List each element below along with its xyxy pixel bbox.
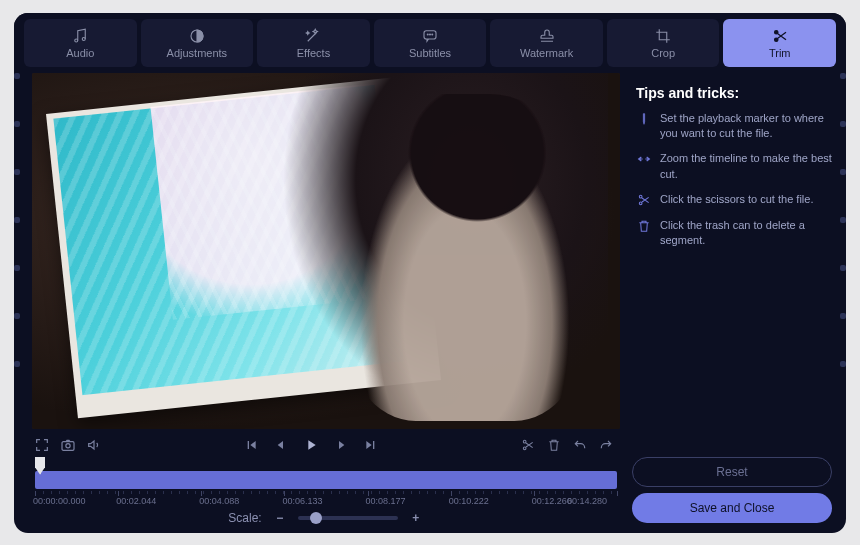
- volume-icon[interactable]: [86, 437, 102, 453]
- svg-point-14: [639, 202, 642, 205]
- button-label: Save and Close: [690, 501, 775, 515]
- tab-watermark[interactable]: Watermark: [490, 19, 603, 67]
- music-note-icon: [71, 27, 89, 45]
- tip-item: Click the trash can to delete a segment.: [632, 218, 832, 249]
- svg-point-10: [66, 443, 70, 447]
- tip-text: Zoom the timeline to make the best cut.: [660, 151, 832, 182]
- zoom-out-button[interactable]: −: [272, 511, 288, 525]
- tips-panel: Tips and tricks: Set the playback marker…: [626, 69, 846, 533]
- time-tick: 00:14.280: [567, 496, 607, 506]
- preview-person: [267, 73, 608, 429]
- tab-label: Effects: [297, 47, 330, 59]
- skip-start-icon[interactable]: [243, 437, 259, 453]
- time-tick: 00:08.177: [366, 496, 406, 506]
- cut-icon[interactable]: [520, 437, 536, 453]
- redo-icon[interactable]: [598, 437, 614, 453]
- tab-label: Subtitles: [409, 47, 451, 59]
- tip-text: Click the scissors to cut the file.: [660, 192, 813, 208]
- speech-bubble-icon: [421, 27, 439, 45]
- save-and-close-button[interactable]: Save and Close: [632, 493, 832, 523]
- tab-label: Watermark: [520, 47, 573, 59]
- tab-effects[interactable]: Effects: [257, 19, 370, 67]
- video-preview[interactable]: [32, 73, 620, 429]
- tab-subtitles[interactable]: Subtitles: [374, 19, 487, 67]
- trash-icon: [636, 218, 652, 234]
- tab-label: Adjustments: [167, 47, 228, 59]
- svg-point-7: [774, 30, 777, 33]
- magic-wand-icon: [304, 27, 322, 45]
- svg-point-1: [83, 37, 86, 40]
- scissors-icon: [771, 27, 789, 45]
- tip-text: Click the trash can to delete a segment.: [660, 218, 832, 249]
- marker-icon: [636, 111, 652, 127]
- play-icon[interactable]: [303, 437, 319, 453]
- time-tick: 00:00:00.000: [33, 496, 86, 506]
- contrast-icon: [188, 27, 206, 45]
- frame-decoration-left: [14, 73, 20, 367]
- tip-item: Click the scissors to cut the file.: [632, 192, 832, 208]
- skip-end-icon[interactable]: [363, 437, 379, 453]
- stamp-icon: [538, 27, 556, 45]
- svg-point-4: [427, 34, 428, 35]
- clip-segment[interactable]: [35, 471, 617, 489]
- video-editor-window: Audio Adjustments Effects Subtitles Wate…: [14, 13, 846, 533]
- time-tick: 00:02.044: [116, 496, 156, 506]
- tab-label: Audio: [66, 47, 94, 59]
- scissors-icon: [636, 192, 652, 208]
- step-back-icon[interactable]: [273, 437, 289, 453]
- time-ruler: 00:00:00.000 00:02.044 00:04.088 00:06.1…: [35, 491, 617, 505]
- svg-point-5: [430, 34, 431, 35]
- zoom-icon: [636, 151, 652, 167]
- zoom-in-button[interactable]: +: [408, 511, 424, 525]
- svg-point-6: [432, 34, 433, 35]
- main-area: 00:00:00.000 00:02.044 00:04.088 00:06.1…: [14, 69, 846, 533]
- tab-label: Crop: [651, 47, 675, 59]
- tips-title: Tips and tricks:: [636, 85, 832, 101]
- reset-button[interactable]: Reset: [632, 457, 832, 487]
- tip-item: Zoom the timeline to make the best cut.: [632, 151, 832, 182]
- tab-adjustments[interactable]: Adjustments: [141, 19, 254, 67]
- step-forward-icon[interactable]: [333, 437, 349, 453]
- camera-icon[interactable]: [60, 437, 76, 453]
- scale-slider[interactable]: [298, 516, 398, 520]
- svg-point-13: [639, 195, 642, 198]
- fullscreen-icon[interactable]: [34, 437, 50, 453]
- button-label: Reset: [716, 465, 747, 479]
- tip-text: Set the playback marker to where you wan…: [660, 111, 832, 142]
- left-pane: 00:00:00.000 00:02.044 00:04.088 00:06.1…: [14, 69, 626, 533]
- svg-point-8: [774, 38, 777, 41]
- crop-icon: [654, 27, 672, 45]
- scale-slider-knob[interactable]: [310, 512, 322, 524]
- tab-trim[interactable]: Trim: [723, 19, 836, 67]
- scale-control: Scale: − +: [32, 507, 620, 525]
- time-tick: 00:10.222: [449, 496, 489, 506]
- time-tick: 00:04.088: [199, 496, 239, 506]
- trash-icon[interactable]: [546, 437, 562, 453]
- playback-bar: [32, 429, 620, 459]
- timeline[interactable]: 00:00:00.000 00:02.044 00:04.088 00:06.1…: [32, 461, 620, 507]
- frame-decoration-right: [840, 73, 846, 367]
- tab-crop[interactable]: Crop: [607, 19, 720, 67]
- tool-tabs: Audio Adjustments Effects Subtitles Wate…: [14, 13, 846, 69]
- svg-point-11: [523, 440, 526, 443]
- time-tick: 00:12.266: [532, 496, 572, 506]
- scale-label: Scale:: [228, 511, 261, 525]
- tip-item: Set the playback marker to where you wan…: [632, 111, 832, 142]
- tab-label: Trim: [769, 47, 791, 59]
- time-tick: 00:06.133: [282, 496, 322, 506]
- svg-point-12: [523, 447, 526, 450]
- tab-audio[interactable]: Audio: [24, 19, 137, 67]
- undo-icon[interactable]: [572, 437, 588, 453]
- svg-point-0: [75, 39, 78, 42]
